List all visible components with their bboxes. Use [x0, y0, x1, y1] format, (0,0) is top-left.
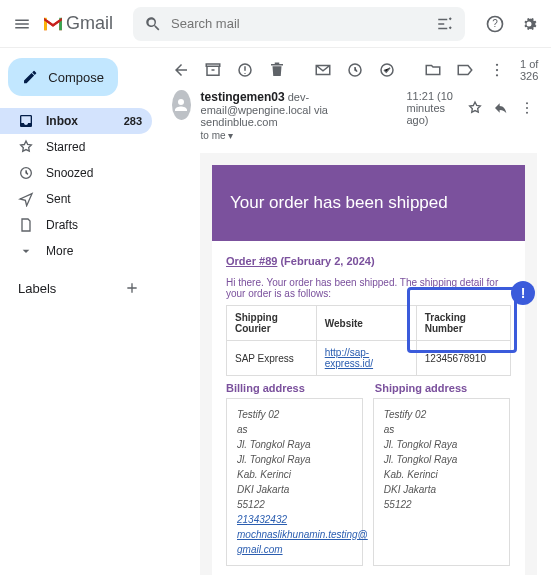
- delete-icon[interactable]: [268, 60, 286, 80]
- snooze-icon[interactable]: [346, 60, 364, 80]
- labels-header: Labels: [18, 281, 56, 296]
- to-line[interactable]: to me ▾: [201, 130, 397, 141]
- settings-icon[interactable]: [519, 14, 539, 34]
- search-options-icon[interactable]: [435, 14, 455, 34]
- gmail-logo: Gmail: [42, 13, 113, 34]
- sidebar-label-snoozed: Snoozed: [46, 166, 93, 180]
- billing-header: Billing address: [226, 382, 305, 394]
- svg-point-8: [496, 74, 498, 76]
- star-icon: [18, 139, 34, 155]
- gmail-brand-text: Gmail: [66, 13, 113, 34]
- support-icon[interactable]: ?: [485, 14, 505, 34]
- drafts-icon: [18, 217, 34, 233]
- compose-label: Compose: [48, 70, 104, 85]
- sidebar-label-sent: Sent: [46, 192, 71, 206]
- chevron-down-icon: [18, 243, 34, 259]
- billing-phone-link[interactable]: 213432432: [237, 512, 352, 527]
- td-website-link[interactable]: http://sap-express.id/: [325, 347, 373, 369]
- sidebar-label-drafts: Drafts: [46, 218, 78, 232]
- svg-text:?: ?: [492, 18, 498, 29]
- order-link[interactable]: Order #89: [226, 255, 277, 267]
- td-courier: SAP Express: [227, 341, 317, 376]
- svg-point-10: [526, 107, 528, 109]
- archive-icon[interactable]: [204, 60, 222, 80]
- search-icon: [143, 14, 163, 34]
- compose-button[interactable]: Compose: [8, 58, 118, 96]
- order-line: Order #89 (February 2, 2024): [226, 255, 511, 267]
- message-time: 11:21 (10 minutes ago): [406, 90, 457, 126]
- annotation-highlight: [407, 287, 517, 353]
- pencil-icon: [22, 68, 38, 86]
- clock-icon: [18, 165, 34, 181]
- sent-icon: [18, 191, 34, 207]
- email-body-container: Your order has been shipped Order #89 (F…: [200, 153, 537, 575]
- search-bar[interactable]: [133, 7, 465, 41]
- add-label-icon[interactable]: [122, 278, 142, 298]
- th-website: Website: [316, 306, 416, 341]
- task-icon[interactable]: [378, 60, 396, 80]
- more-message-icon[interactable]: [519, 98, 535, 118]
- svg-point-9: [526, 102, 528, 104]
- order-date: (February 2, 2024): [277, 255, 374, 267]
- svg-point-11: [526, 112, 528, 114]
- sidebar-item-drafts[interactable]: Drafts: [0, 212, 152, 238]
- label-icon[interactable]: [456, 60, 474, 80]
- billing-address: Testify 02 as Jl. Tongkol Raya Jl. Tongk…: [226, 398, 363, 566]
- annotation-callout: !: [511, 281, 535, 305]
- spam-icon[interactable]: [236, 60, 254, 80]
- shipping-address: Testify 02 as Jl. Tongkol Raya Jl. Tongk…: [373, 398, 510, 566]
- labels-section: Labels: [8, 264, 152, 298]
- th-courier: Shipping Courier: [227, 306, 317, 341]
- unread-icon[interactable]: [314, 60, 332, 80]
- message-header: testingemen03 dev-email@wpengine.local v…: [166, 90, 541, 147]
- sidebar-label-inbox: Inbox: [46, 114, 78, 128]
- star-message-icon[interactable]: [467, 98, 483, 118]
- sidebar-item-starred[interactable]: Starred: [0, 134, 152, 160]
- search-input[interactable]: [171, 16, 435, 31]
- inbox-count: 283: [124, 115, 142, 127]
- billing-email-link-2[interactable]: gmail.com: [237, 542, 352, 557]
- from-line: testingemen03 dev-email@wpengine.local v…: [201, 90, 397, 128]
- recipients-dropdown-icon: ▾: [228, 130, 233, 141]
- menu-icon[interactable]: [12, 14, 32, 34]
- sidebar-item-sent[interactable]: Sent: [0, 186, 152, 212]
- sidebar-label-starred: Starred: [46, 140, 85, 154]
- from-name: testingemen03: [201, 90, 285, 104]
- move-icon[interactable]: [424, 60, 442, 80]
- svg-point-6: [496, 64, 498, 66]
- email-banner: Your order has been shipped: [212, 165, 525, 241]
- billing-email-link-1[interactable]: mochnaslikhunamin.testing@: [237, 527, 352, 542]
- message-toolbar: 1 of 326: [166, 54, 541, 90]
- more-icon[interactable]: [488, 60, 506, 80]
- avatar: [172, 90, 191, 120]
- back-icon[interactable]: [172, 60, 190, 80]
- shipping-header: Shipping address: [375, 382, 467, 394]
- svg-point-7: [496, 69, 498, 71]
- sidebar-label-more: More: [46, 244, 73, 258]
- sidebar: Compose Inbox 283 Starred Snoozed Sent D…: [0, 48, 160, 575]
- reply-icon[interactable]: [493, 98, 509, 118]
- inbox-icon: [18, 113, 34, 129]
- sidebar-item-inbox[interactable]: Inbox 283: [0, 108, 152, 134]
- gmail-m-icon: [42, 16, 64, 32]
- sidebar-item-more[interactable]: More: [0, 238, 152, 264]
- paginate-text: 1 of 326: [520, 58, 538, 82]
- content-pane: 1 of 326 testingemen03 dev-email@wpengin…: [160, 48, 551, 575]
- sidebar-item-snoozed[interactable]: Snoozed: [0, 160, 152, 186]
